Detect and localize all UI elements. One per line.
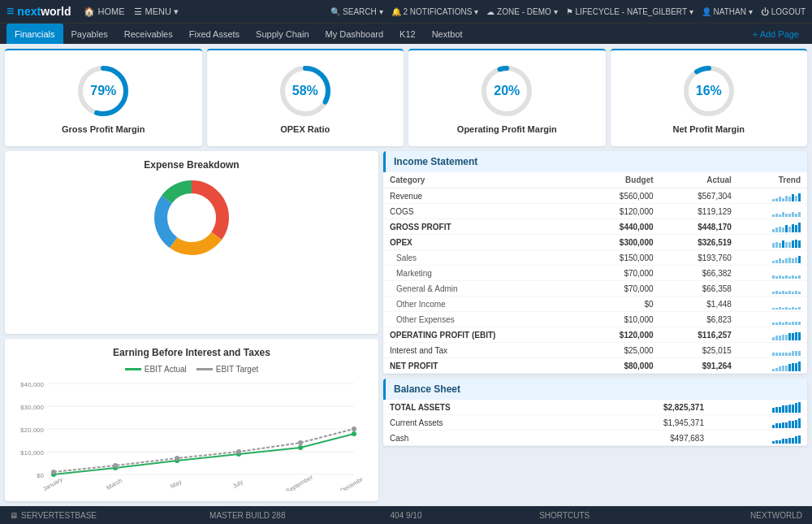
kpi-value-net: 16%: [696, 84, 722, 98]
svg-text:$40,000: $40,000: [20, 381, 44, 388]
income-statement-header: Income Statement: [383, 151, 807, 172]
status-build: MASTER BUILD 288: [168, 511, 326, 520]
svg-point-31: [175, 456, 179, 461]
table-row: NET PROFIT $80,000 $91,264: [383, 358, 807, 374]
legend-target-label: EBIT Target: [216, 365, 258, 374]
legend-target-color: [197, 368, 213, 370]
col-actual: Actual: [660, 172, 738, 188]
logo-text: nextworld: [17, 5, 71, 18]
kpi-label-operating: Operating Profit Margin: [457, 124, 557, 134]
right-panel: Income Statement Category Budget Actual …: [383, 151, 807, 501]
tab-bar: Financials Payables Receivables Fixed As…: [0, 23, 812, 44]
server-label: SERVERTESTBASE: [21, 511, 97, 520]
kpi-net-profit: 16% Net Profit Margin: [611, 49, 808, 146]
kpi-value-gross: 79%: [90, 84, 116, 98]
svg-point-32: [236, 449, 241, 454]
legend-actual-label: EBIT Actual: [145, 365, 187, 374]
donut-svg: [147, 173, 236, 262]
expense-donut: [13, 177, 370, 258]
svg-point-27: [298, 445, 303, 450]
balance-table: TOTAL ASSETS $2,825,371 Current Assets $…: [383, 400, 807, 446]
kpi-opex: 58% OPEX Ratio: [207, 49, 404, 146]
table-row: TOTAL ASSETS $2,825,371: [383, 400, 807, 415]
search-nav-item[interactable]: 🔍 SEARCH ▾: [330, 7, 382, 16]
kpi-value-operating: 20%: [494, 84, 520, 98]
table-row: Current Assets $1,945,371: [383, 415, 807, 431]
legend-actual-color: [125, 368, 141, 370]
server-icon: 🖥: [10, 511, 18, 520]
add-page-button[interactable]: + Add Page: [746, 26, 806, 42]
middle-row: Expense Breakdown: [5, 151, 807, 501]
lifecycle-nav-item[interactable]: ⚑ LIFECYCLE - NATE_GILBERT ▾: [566, 7, 693, 16]
col-category: Category: [383, 172, 581, 188]
expense-chart-title: Expense Breakdown: [13, 159, 370, 171]
tab-my-dashboard[interactable]: My Dashboard: [317, 24, 392, 44]
legend-actual: EBIT Actual: [125, 365, 187, 374]
top-nav: ≡ nextworld 🏠 HOME ☰ MENU ▾ 🔍 SEARCH ▾ 🔔…: [0, 0, 812, 23]
balance-sheet-header: Balance Sheet: [383, 379, 807, 400]
user-nav-item[interactable]: 👤 NATHAN ▾: [702, 7, 753, 16]
table-row: General & Admin $70,000 $66,358: [383, 281, 807, 297]
kpi-gauge-net: 16%: [680, 63, 737, 119]
svg-text:September: September: [285, 474, 315, 491]
svg-text:July: July: [231, 478, 244, 490]
tab-supply-chain[interactable]: Supply Chain: [248, 24, 317, 44]
svg-text:January: January: [41, 475, 64, 491]
tab-k12[interactable]: K12: [391, 24, 424, 44]
kpi-gauge-opex: 58%: [277, 63, 334, 119]
home-icon: 🏠: [84, 6, 95, 17]
logo-icon: ≡: [6, 4, 14, 19]
table-row: Sales $150,000 $193,760: [383, 250, 807, 266]
svg-point-12: [169, 195, 214, 240]
svg-text:$0: $0: [37, 472, 44, 479]
status-bar: 🖥 SERVERTESTBASE MASTER BUILD 288 404 9/…: [0, 506, 812, 524]
svg-text:May: May: [169, 478, 183, 490]
table-row: Marketing $70,000 $66,382: [383, 266, 807, 281]
status-page: 404 9/10: [326, 511, 485, 520]
tab-nextbot[interactable]: Nextbot: [424, 24, 471, 44]
shortcuts-label: SHORTCUTS: [539, 511, 590, 520]
income-table: Category Budget Actual Trend Revenue $56…: [383, 172, 807, 374]
ebit-legend: EBIT Actual EBIT Target: [13, 365, 370, 374]
table-row: Cash $497,683: [383, 431, 807, 446]
flag-icon: ⚑: [566, 7, 573, 16]
status-server: 🖥 SERVERTESTBASE: [10, 511, 168, 520]
table-row: Interest and Tax $25,000 $25,015: [383, 343, 807, 358]
svg-point-34: [352, 427, 356, 431]
status-brand: NEXTWORLD: [644, 511, 802, 520]
logout-nav-item[interactable]: ⏻ LOGOUT: [761, 7, 806, 16]
kpi-operating-profit: 20% Operating Profit Margin: [408, 49, 606, 146]
zone-nav-item[interactable]: ☁ ZONE - DEMO ▾: [486, 7, 557, 16]
bell-icon: 🔔: [391, 7, 401, 16]
kpi-gauge-gross: 79%: [75, 63, 132, 119]
legend-target: EBIT Target: [197, 365, 258, 374]
notifications-nav-item[interactable]: 🔔 2 NOTIFICATIONS ▾: [391, 7, 479, 16]
left-panels: Expense Breakdown: [5, 151, 378, 501]
income-statement-card: Income Statement Category Budget Actual …: [383, 151, 807, 374]
svg-point-28: [352, 431, 356, 436]
user-icon: 👤: [702, 7, 711, 16]
svg-text:$30,000: $30,000: [20, 404, 44, 411]
svg-point-33: [298, 440, 303, 445]
balance-sheet-card: Balance Sheet TOTAL ASSETS $2,825,371 Cu…: [383, 379, 807, 446]
kpi-label-opex: OPEX Ratio: [280, 124, 330, 134]
tab-financials[interactable]: Financials: [6, 24, 63, 44]
tab-fixed-assets[interactable]: Fixed Assets: [181, 24, 248, 44]
nav-home[interactable]: 🏠 HOME: [84, 6, 124, 17]
cloud-icon: ☁: [486, 7, 495, 16]
table-row: OPEX $300,000 $326,519: [383, 235, 807, 250]
col-budget: Budget: [581, 172, 659, 188]
search-icon: 🔍: [330, 7, 340, 16]
tab-payables[interactable]: Payables: [63, 24, 116, 44]
ebit-chart-title: Earning Before Interest and Taxes: [13, 347, 370, 358]
build-label: MASTER BUILD 288: [209, 511, 285, 520]
nav-menu-label: MENU ▾: [145, 6, 178, 17]
tab-receivables[interactable]: Receivables: [116, 24, 181, 44]
kpi-row: 79% Gross Profit Margin 58% OPEX Ratio: [5, 49, 807, 146]
status-shortcuts[interactable]: SHORTCUTS: [486, 511, 644, 520]
nav-menu[interactable]: ☰ MENU ▾: [134, 6, 178, 17]
ebit-svg: $40,000 $30,000 $20,000 $10,000 $0: [13, 377, 362, 491]
svg-point-30: [113, 463, 118, 468]
kpi-gross-profit: 79% Gross Profit Margin: [5, 49, 202, 146]
table-row: OPERATING PROFIT (EBIT) $120,000 $116,25…: [383, 327, 807, 343]
